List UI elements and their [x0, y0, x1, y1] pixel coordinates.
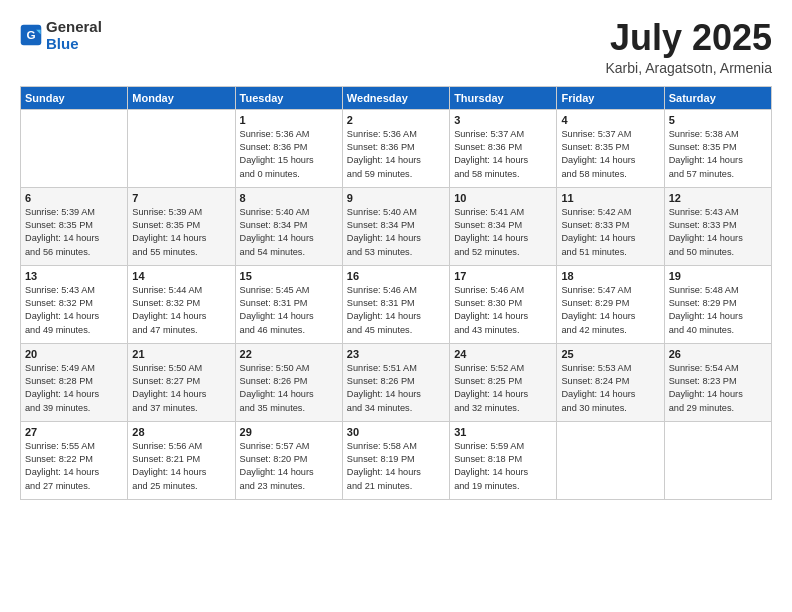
calendar-cell: 25Sunrise: 5:53 AM Sunset: 8:24 PM Dayli… — [557, 343, 664, 421]
calendar-cell: 6Sunrise: 5:39 AM Sunset: 8:35 PM Daylig… — [21, 187, 128, 265]
calendar-page: G General Blue July 2025 Karbi, Aragatso… — [0, 0, 792, 612]
day-info: Sunrise: 5:44 AM Sunset: 8:32 PM Dayligh… — [132, 284, 230, 337]
day-number: 9 — [347, 192, 445, 204]
calendar-cell: 21Sunrise: 5:50 AM Sunset: 8:27 PM Dayli… — [128, 343, 235, 421]
day-info: Sunrise: 5:42 AM Sunset: 8:33 PM Dayligh… — [561, 206, 659, 259]
day-number: 25 — [561, 348, 659, 360]
calendar-cell: 9Sunrise: 5:40 AM Sunset: 8:34 PM Daylig… — [342, 187, 449, 265]
calendar-cell: 17Sunrise: 5:46 AM Sunset: 8:30 PM Dayli… — [450, 265, 557, 343]
day-info: Sunrise: 5:41 AM Sunset: 8:34 PM Dayligh… — [454, 206, 552, 259]
day-info: Sunrise: 5:39 AM Sunset: 8:35 PM Dayligh… — [25, 206, 123, 259]
calendar-cell: 7Sunrise: 5:39 AM Sunset: 8:35 PM Daylig… — [128, 187, 235, 265]
day-info: Sunrise: 5:39 AM Sunset: 8:35 PM Dayligh… — [132, 206, 230, 259]
calendar-week-row: 13Sunrise: 5:43 AM Sunset: 8:32 PM Dayli… — [21, 265, 772, 343]
day-number: 1 — [240, 114, 338, 126]
day-number: 20 — [25, 348, 123, 360]
day-header-sunday: Sunday — [21, 86, 128, 109]
calendar-cell — [664, 421, 771, 499]
day-number: 23 — [347, 348, 445, 360]
svg-text:G: G — [26, 29, 35, 42]
day-info: Sunrise: 5:37 AM Sunset: 8:35 PM Dayligh… — [561, 128, 659, 181]
day-number: 6 — [25, 192, 123, 204]
day-info: Sunrise: 5:49 AM Sunset: 8:28 PM Dayligh… — [25, 362, 123, 415]
day-number: 27 — [25, 426, 123, 438]
day-number: 15 — [240, 270, 338, 282]
calendar-week-row: 27Sunrise: 5:55 AM Sunset: 8:22 PM Dayli… — [21, 421, 772, 499]
day-number: 17 — [454, 270, 552, 282]
day-info: Sunrise: 5:54 AM Sunset: 8:23 PM Dayligh… — [669, 362, 767, 415]
day-header-tuesday: Tuesday — [235, 86, 342, 109]
logo-general-text: General — [46, 18, 102, 35]
day-info: Sunrise: 5:56 AM Sunset: 8:21 PM Dayligh… — [132, 440, 230, 493]
calendar-cell — [128, 109, 235, 187]
calendar-cell: 3Sunrise: 5:37 AM Sunset: 8:36 PM Daylig… — [450, 109, 557, 187]
day-number: 31 — [454, 426, 552, 438]
day-number: 2 — [347, 114, 445, 126]
calendar-cell: 2Sunrise: 5:36 AM Sunset: 8:36 PM Daylig… — [342, 109, 449, 187]
day-info: Sunrise: 5:46 AM Sunset: 8:30 PM Dayligh… — [454, 284, 552, 337]
month-title: July 2025 — [605, 18, 772, 58]
calendar-cell: 1Sunrise: 5:36 AM Sunset: 8:36 PM Daylig… — [235, 109, 342, 187]
calendar-header-row: SundayMondayTuesdayWednesdayThursdayFrid… — [21, 86, 772, 109]
calendar-cell: 16Sunrise: 5:46 AM Sunset: 8:31 PM Dayli… — [342, 265, 449, 343]
day-info: Sunrise: 5:53 AM Sunset: 8:24 PM Dayligh… — [561, 362, 659, 415]
calendar-cell: 27Sunrise: 5:55 AM Sunset: 8:22 PM Dayli… — [21, 421, 128, 499]
calendar-cell: 22Sunrise: 5:50 AM Sunset: 8:26 PM Dayli… — [235, 343, 342, 421]
day-number: 19 — [669, 270, 767, 282]
logo-icon: G — [20, 24, 42, 46]
calendar-cell: 31Sunrise: 5:59 AM Sunset: 8:18 PM Dayli… — [450, 421, 557, 499]
day-number: 7 — [132, 192, 230, 204]
day-number: 22 — [240, 348, 338, 360]
calendar-cell — [21, 109, 128, 187]
day-info: Sunrise: 5:36 AM Sunset: 8:36 PM Dayligh… — [347, 128, 445, 181]
header: G General Blue July 2025 Karbi, Aragatso… — [20, 18, 772, 76]
day-info: Sunrise: 5:52 AM Sunset: 8:25 PM Dayligh… — [454, 362, 552, 415]
logo: G General Blue — [20, 18, 102, 53]
day-info: Sunrise: 5:58 AM Sunset: 8:19 PM Dayligh… — [347, 440, 445, 493]
calendar-cell — [557, 421, 664, 499]
day-number: 24 — [454, 348, 552, 360]
day-info: Sunrise: 5:59 AM Sunset: 8:18 PM Dayligh… — [454, 440, 552, 493]
calendar-cell: 15Sunrise: 5:45 AM Sunset: 8:31 PM Dayli… — [235, 265, 342, 343]
day-header-friday: Friday — [557, 86, 664, 109]
day-info: Sunrise: 5:43 AM Sunset: 8:33 PM Dayligh… — [669, 206, 767, 259]
day-info: Sunrise: 5:36 AM Sunset: 8:36 PM Dayligh… — [240, 128, 338, 181]
day-header-thursday: Thursday — [450, 86, 557, 109]
day-number: 12 — [669, 192, 767, 204]
calendar-cell: 23Sunrise: 5:51 AM Sunset: 8:26 PM Dayli… — [342, 343, 449, 421]
day-number: 14 — [132, 270, 230, 282]
calendar-cell: 29Sunrise: 5:57 AM Sunset: 8:20 PM Dayli… — [235, 421, 342, 499]
calendar-week-row: 6Sunrise: 5:39 AM Sunset: 8:35 PM Daylig… — [21, 187, 772, 265]
calendar-week-row: 1Sunrise: 5:36 AM Sunset: 8:36 PM Daylig… — [21, 109, 772, 187]
logo-text: General Blue — [46, 18, 102, 53]
calendar-cell: 5Sunrise: 5:38 AM Sunset: 8:35 PM Daylig… — [664, 109, 771, 187]
calendar-cell: 30Sunrise: 5:58 AM Sunset: 8:19 PM Dayli… — [342, 421, 449, 499]
day-number: 10 — [454, 192, 552, 204]
calendar-table: SundayMondayTuesdayWednesdayThursdayFrid… — [20, 86, 772, 500]
day-number: 3 — [454, 114, 552, 126]
day-number: 28 — [132, 426, 230, 438]
day-info: Sunrise: 5:45 AM Sunset: 8:31 PM Dayligh… — [240, 284, 338, 337]
calendar-cell: 12Sunrise: 5:43 AM Sunset: 8:33 PM Dayli… — [664, 187, 771, 265]
location-title: Karbi, Aragatsotn, Armenia — [605, 60, 772, 76]
day-info: Sunrise: 5:48 AM Sunset: 8:29 PM Dayligh… — [669, 284, 767, 337]
day-info: Sunrise: 5:43 AM Sunset: 8:32 PM Dayligh… — [25, 284, 123, 337]
calendar-cell: 14Sunrise: 5:44 AM Sunset: 8:32 PM Dayli… — [128, 265, 235, 343]
calendar-cell: 28Sunrise: 5:56 AM Sunset: 8:21 PM Dayli… — [128, 421, 235, 499]
day-number: 18 — [561, 270, 659, 282]
day-info: Sunrise: 5:38 AM Sunset: 8:35 PM Dayligh… — [669, 128, 767, 181]
day-info: Sunrise: 5:40 AM Sunset: 8:34 PM Dayligh… — [347, 206, 445, 259]
day-number: 16 — [347, 270, 445, 282]
day-number: 30 — [347, 426, 445, 438]
calendar-week-row: 20Sunrise: 5:49 AM Sunset: 8:28 PM Dayli… — [21, 343, 772, 421]
calendar-cell: 10Sunrise: 5:41 AM Sunset: 8:34 PM Dayli… — [450, 187, 557, 265]
calendar-cell: 26Sunrise: 5:54 AM Sunset: 8:23 PM Dayli… — [664, 343, 771, 421]
day-info: Sunrise: 5:55 AM Sunset: 8:22 PM Dayligh… — [25, 440, 123, 493]
day-header-wednesday: Wednesday — [342, 86, 449, 109]
calendar-cell: 11Sunrise: 5:42 AM Sunset: 8:33 PM Dayli… — [557, 187, 664, 265]
calendar-cell: 19Sunrise: 5:48 AM Sunset: 8:29 PM Dayli… — [664, 265, 771, 343]
day-info: Sunrise: 5:46 AM Sunset: 8:31 PM Dayligh… — [347, 284, 445, 337]
day-number: 4 — [561, 114, 659, 126]
calendar-cell: 13Sunrise: 5:43 AM Sunset: 8:32 PM Dayli… — [21, 265, 128, 343]
calendar-cell: 24Sunrise: 5:52 AM Sunset: 8:25 PM Dayli… — [450, 343, 557, 421]
